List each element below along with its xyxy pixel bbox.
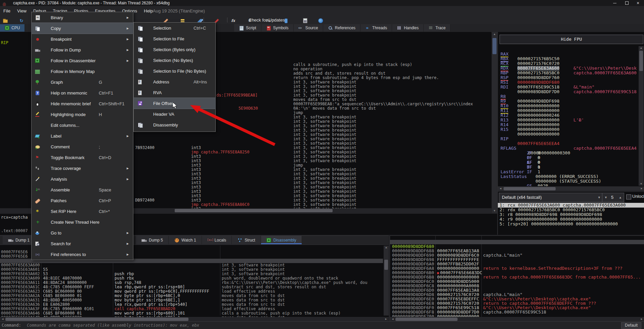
disassembly-row[interactable]: 00007FF65E63A631 E8 EA062800 call captch…: [0, 294, 383, 298]
disassembly-row[interactable]: 00007FF65E63A64D 48:8D95 40050000 lea rd…: [0, 311, 383, 316]
submenu-item[interactable]: RVA: [134, 87, 215, 98]
stack-row[interactable]: 00000089D8DDF6E0 00000271576C0720 &"C:\\…: [390, 292, 644, 297]
argument-row[interactable]: 4: r9 0000000000000000 0000000000000000: [498, 217, 644, 222]
menu-item[interactable]: Help on mnemonic Ctrl+F1: [32, 87, 133, 98]
spinner-up-icon[interactable]: ▲: [619, 193, 622, 202]
flags-row[interactable]: CF0 TF1 IF1: [498, 155, 644, 160]
menu-item[interactable]: Label: [32, 131, 133, 141]
scrollbar-thumb[interactable]: [175, 209, 333, 212]
view-tab[interactable]: Symbols: [261, 24, 294, 32]
menu-item[interactable]: Edit columns...: [32, 120, 133, 131]
argument-count-spinner[interactable]: ▼ 5 ▲: [602, 193, 624, 202]
stack-row[interactable]: 00000089D8DDF6F8 0000000000000000: [390, 305, 644, 310]
unlocked-checkbox[interactable]: [626, 194, 631, 199]
command-input[interactable]: Commands are comma separated (like assem…: [27, 323, 199, 328]
registers-vertical-scrollbar[interactable]: ▲ ▼: [639, 46, 644, 186]
stack-row[interactable]: 00000089D8DDF6C0 00000000000A0008: [390, 275, 644, 279]
submenu-item[interactable]: Selection (Bytes only): [134, 44, 215, 55]
view-tab[interactable]: Threads: [360, 24, 392, 32]
register-row[interactable]: RBX 00000271576C0720 &"C:\\Users\\Peter\…: [498, 52, 644, 57]
tab-dump-1[interactable]: Dump 1: [3, 236, 35, 244]
submenu-item[interactable]: Selection to File: [134, 33, 215, 44]
scrollbar-thumb[interactable]: [504, 187, 556, 190]
bottom-tab[interactable]: Disassembly: [261, 236, 302, 244]
menu-item[interactable]: Graph G: [32, 77, 133, 87]
stack-row[interactable]: 00000089D8DDF6F0 00000089D8DDF7D0: [390, 301, 644, 305]
register-row[interactable]: R10 0000000000000000: [498, 99, 644, 104]
stack-row[interactable]: 00000089D8DDF6E8 00007FF65E99C518 captch…: [390, 297, 644, 301]
register-row[interactable]: RCX 00007FF65E63A600 captcha.00007FF65E6…: [498, 57, 644, 61]
register-row[interactable]: R12 0000000000000000: [498, 108, 644, 113]
stack-row[interactable]: 00000089D8DDF6D8 00007FF65E8DEFFC return…: [390, 288, 644, 292]
stack-row[interactable]: 00000089D8DDF688 00000089D8DDF6C0: [390, 244, 644, 249]
functions-icon[interactable]: [231, 18, 236, 23]
disassembly-row[interactable]: 00007FF65E63A623 C685 BE060000 01 mov by…: [0, 285, 383, 289]
menu-item[interactable]: Binary: [32, 12, 133, 23]
argument-row[interactable]: 1: rcx 00007FF65E63A600 captcha.00007FF6…: [498, 203, 644, 208]
disassembly-row[interactable]: 00007FF65E63A646 48:8D8D 10060000 lea rc…: [0, 307, 383, 311]
argument-row[interactable]: 5: [rsp+20] 0000000000000000 00000000000…: [498, 222, 644, 226]
register-row[interactable]: RAX 00000271576B5C50: [498, 47, 644, 52]
menu-item[interactable]: Analysis: [32, 174, 133, 184]
view-tab[interactable]: Source: [294, 24, 323, 32]
submenu-item[interactable]: Selection (No Bytes): [134, 55, 215, 66]
menu-item[interactable]: Follow in Dump: [32, 44, 133, 55]
bottom-horizontal-scrollbar[interactable]: ◄ ►: [0, 317, 389, 322]
bottom-tab[interactable]: Watch 1: [169, 236, 202, 244]
title-bar[interactable]: captcha.exe - PID: 37084 - Module: captc…: [0, 0, 644, 6]
register-row[interactable]: R13 0000000000000000: [498, 113, 644, 118]
rflags-row[interactable]: RFLAGS 0000000000000300: [498, 141, 644, 146]
view-tab[interactable]: Trace: [424, 24, 450, 32]
registers-horizontal-scrollbar[interactable]: ◄ ►: [498, 186, 644, 191]
argument-row[interactable]: 2: rdx 00000271576B5BC0 00000271576B5BC0: [498, 208, 644, 212]
register-row[interactable]: RBP 00000089D8DDF760: [498, 66, 644, 71]
scrollbar-thumb[interactable]: [384, 260, 388, 270]
stack-row[interactable]: 00000089D8DDF6B0 0000000000000000: [390, 266, 644, 270]
stack-horizontal-scrollbar[interactable]: ◄ ►: [390, 317, 644, 322]
tab-cpu[interactable]: CPU: [0, 24, 25, 32]
scrollbar-thumb[interactable]: [5, 318, 188, 321]
flags-row[interactable]: OF0 SF0 DF0: [498, 151, 644, 155]
stack-row[interactable]: 00000089D8DDF700 0000000000000000: [390, 310, 644, 314]
restart-icon[interactable]: [19, 18, 24, 23]
update-globe-icon[interactable]: [318, 18, 323, 23]
hide-fpu-button[interactable]: Hide FPU: [500, 35, 643, 44]
register-row[interactable]: RDX 00000271576B5BC0: [498, 61, 644, 66]
register-row[interactable]: RDI 00000089D8DDF7D0: [498, 80, 644, 85]
menu-item[interactable]: Breakpoint: [32, 34, 133, 44]
scrollbar-thumb[interactable]: [492, 38, 497, 54]
menu-item[interactable]: Set RIP Here Ctrl+*: [32, 206, 133, 217]
menubar-item[interactable]: View: [14, 6, 30, 16]
disassembly-row[interactable]: 00007FF65E63A602 48:81EC 48070000 sub rs…: [0, 267, 383, 272]
register-row[interactable]: R8 00000089D8DDF698: [498, 89, 644, 94]
menubar-item[interactable]: File: [0, 6, 14, 16]
stack-row[interactable]: 00000089D8DDF6B8 00000089D8DD5000: [390, 270, 644, 275]
calling-convention-dropdown[interactable]: Default (x64 fastcall) ▼: [499, 193, 604, 202]
register-row[interactable]: RSI 00007FF65E99C518 captcha.00007FF65E9…: [498, 75, 644, 80]
stack-view[interactable]: 00000089D8DDF680 00007FF65EAB13A8 captch…: [390, 235, 644, 322]
submenu-item[interactable]: Header VA: [134, 109, 215, 119]
spinner-down-icon[interactable]: ▼: [604, 193, 607, 202]
disassembly-row[interactable]: 00007FF65E63A609 48:8DAC24 80000000 lea …: [0, 272, 383, 276]
menu-item[interactable]: Search for: [32, 238, 133, 249]
disassembly-row[interactable]: 00007FF65E63A611 48:C785 C0060000 FEFF m…: [0, 276, 383, 281]
menu-item[interactable]: Find references to: [32, 249, 133, 260]
bottom-tab[interactable]: Dump 5: [136, 236, 169, 244]
disassembly-vertical-scrollbar[interactable]: ▲ ▼: [492, 32, 497, 213]
maximize-button[interactable]: [622, 0, 632, 6]
scrollbar-thumb[interactable]: [639, 51, 643, 71]
disassembly-row[interactable]: 00007FF65E63A636 66:C785 09060000 0101 m…: [0, 298, 383, 302]
register-row[interactable]: R9 0000000000000000: [498, 94, 644, 99]
submenu-item[interactable]: Selection Ctrl+C: [134, 23, 215, 33]
stack-row[interactable]: 00000089D8DDF6A8 00007FF65E6683DC return…: [390, 262, 644, 266]
register-row[interactable]: RSP 00000089D8DDF680 &L"main": [498, 71, 644, 75]
menu-item[interactable]: Trace coverage: [32, 163, 133, 174]
menu-item[interactable]: Create New Thread Here: [32, 217, 133, 227]
register-row[interactable]: R11 0000000000000246 L'Ƀ': [498, 104, 644, 108]
view-tab[interactable]: Handles: [392, 24, 424, 32]
argument-row[interactable]: 3: r8 00000089D8DDF698 00000089D8DDF698: [498, 212, 644, 217]
disassembly-row[interactable]: 00007FF65E63A62A 48:8D8D 40050000 lea rc…: [0, 289, 383, 294]
submenu-item[interactable]: Disassembly: [134, 119, 215, 130]
submenu-item[interactable]: Selection to File (No Bytes): [134, 66, 215, 76]
open-file-icon[interactable]: [3, 18, 8, 23]
